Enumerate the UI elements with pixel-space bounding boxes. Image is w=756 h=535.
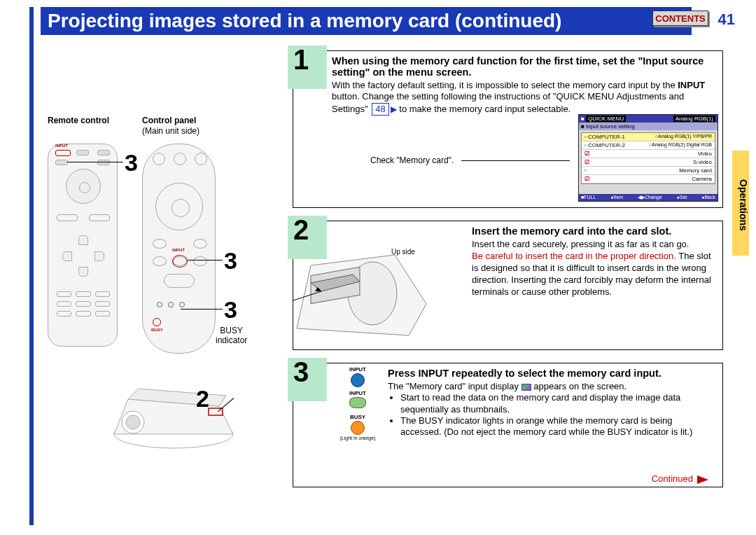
callout-line xyxy=(181,309,223,310)
qm-sub: Input source setting xyxy=(586,123,635,130)
step-1-badge: 1 xyxy=(288,46,327,89)
remote-arrows xyxy=(62,235,104,277)
memory-card-osd-icon xyxy=(522,384,531,391)
remote-control-label: Remote control xyxy=(48,116,109,125)
step-1-heading: When using the memory card function for … xyxy=(332,55,715,78)
contents-button[interactable]: CONTENTS xyxy=(652,11,708,26)
bullet-text: Start to read the data on the memory car… xyxy=(400,392,715,415)
qm-list: ▫ COMPUTER-1○Analog RGB(1) Y/PB/PR ▫ COM… xyxy=(581,132,715,184)
qm-item: Camera xyxy=(692,176,712,182)
remote-dpad xyxy=(66,169,101,204)
step-ref-2: 2 xyxy=(196,385,209,412)
step-ref-3: 3 xyxy=(224,247,237,275)
step-1-body: With the factory default setting, it is … xyxy=(332,80,717,116)
cp-btn xyxy=(174,153,186,165)
text: Insert the card securely, pressing it as… xyxy=(472,239,715,251)
busy-indicator-label: BUSY indicator xyxy=(216,326,247,345)
control-panel-illustration: INPUT BUSY xyxy=(142,144,216,354)
step-3-badge: 3 xyxy=(288,358,327,401)
qm-item: Video xyxy=(698,151,712,157)
cp-leds xyxy=(157,302,185,307)
page-number: 41 xyxy=(718,11,735,29)
manual-page: Projecting images stored in a memory car… xyxy=(0,0,756,535)
up-side-label: Up side xyxy=(391,248,415,256)
control-panel-sublabel: (Main unit side) xyxy=(142,126,200,136)
page-ref-link[interactable]: 48 xyxy=(372,103,388,116)
callout-line xyxy=(67,162,123,162)
cp-btn xyxy=(195,153,207,165)
step-3-icons: INPUT INPUT BUSY (Light in orange) xyxy=(330,366,386,440)
warning-text: Be careful to insert the card in the pro… xyxy=(472,251,676,261)
busy-led-orange-icon xyxy=(351,421,365,435)
remote-btn xyxy=(55,160,68,165)
step-1-box: 1 When using the memory card function fo… xyxy=(293,50,723,208)
quick-menu-screenshot: ■ QUICK MENUAnalog RGB(1) ■ Input source… xyxy=(578,114,718,202)
step-3-heading: Press INPUT repeatedly to select the mem… xyxy=(388,368,715,379)
cp-input-label: INPUT xyxy=(172,248,185,252)
cp-btn xyxy=(153,153,165,165)
cp-busy-label: BUSY xyxy=(151,328,163,332)
step-2-box: 2 Up side Insert the memory card into th… xyxy=(293,221,723,350)
bullet-text: The BUSY indicator lights in orange whil… xyxy=(400,415,715,438)
text: to make the memory card input selectable… xyxy=(397,104,571,114)
svg-point-2 xyxy=(126,415,140,429)
projector-illustration xyxy=(97,368,237,452)
light-in-orange-label: (Light in orange) xyxy=(330,436,386,440)
callout-line xyxy=(188,260,223,260)
qm-item: COMPUTER-2 xyxy=(588,142,625,148)
input-button-green-icon xyxy=(349,397,366,408)
continued-label: Continued xyxy=(652,473,708,484)
check-memory-card-label: Check "Memory card". xyxy=(370,155,454,165)
remote-input-label: INPUT xyxy=(55,144,68,148)
step-ref-3: 3 xyxy=(224,296,237,324)
input-button-blue-icon xyxy=(351,373,365,387)
input-bold: INPUT xyxy=(678,80,705,90)
remote-control-illustration: INPUT xyxy=(48,144,118,347)
qm-mode: Analog RGB(1) xyxy=(673,116,715,122)
left-rule xyxy=(29,7,34,525)
step-3-box: 3 INPUT INPUT BUSY (Light in orange) Pre… xyxy=(293,363,723,487)
step-2-body: Insert the card securely, pressing it as… xyxy=(472,239,715,298)
cp-input-highlight xyxy=(172,255,188,268)
page-ref-arrow-icon: ▶ xyxy=(391,104,397,114)
content-area: Remote control Control panel (Main unit … xyxy=(41,42,728,528)
step-1-number: 1 xyxy=(293,46,309,74)
step-2-heading: Insert the memory card into the card slo… xyxy=(472,225,715,237)
remote-btn xyxy=(97,160,110,165)
text: The "Memory card" input display xyxy=(388,381,522,391)
control-panel-label: Control panel xyxy=(142,116,196,125)
remote-btn xyxy=(76,150,89,155)
input-label: INPUT xyxy=(330,390,386,396)
input-label: INPUT xyxy=(330,366,386,373)
text: With the factory default setting, it is … xyxy=(332,80,678,90)
remote-grid xyxy=(57,291,110,317)
busy-label: BUSY xyxy=(330,414,386,420)
qm-item: S-video xyxy=(693,159,712,165)
qm-item-memory-card: Memory card xyxy=(679,167,712,174)
remote-input-button-highlight xyxy=(55,150,71,156)
page-title: Projecting images stored in a memory car… xyxy=(41,7,692,35)
cp-standby xyxy=(164,274,195,288)
cp-row xyxy=(153,239,207,249)
step-3-number: 3 xyxy=(293,358,309,386)
cp-dpad xyxy=(155,183,203,230)
card-slot-illustration xyxy=(290,241,430,342)
remote-row xyxy=(57,214,110,223)
step-ref-3: 3 xyxy=(125,149,138,176)
cp-busy-led xyxy=(153,318,161,326)
callout-line xyxy=(461,160,570,161)
remote-btn xyxy=(97,150,110,155)
section-tab-operations[interactable]: Operations xyxy=(732,151,749,256)
text: appears on the screen. xyxy=(533,381,626,391)
qm-title: QUICK MENU xyxy=(586,116,626,122)
qm-item: COMPUTER-1 xyxy=(588,134,625,140)
step-3-body: Press INPUT repeatedly to select the mem… xyxy=(388,368,715,438)
step-2-number: 2 xyxy=(293,216,309,244)
